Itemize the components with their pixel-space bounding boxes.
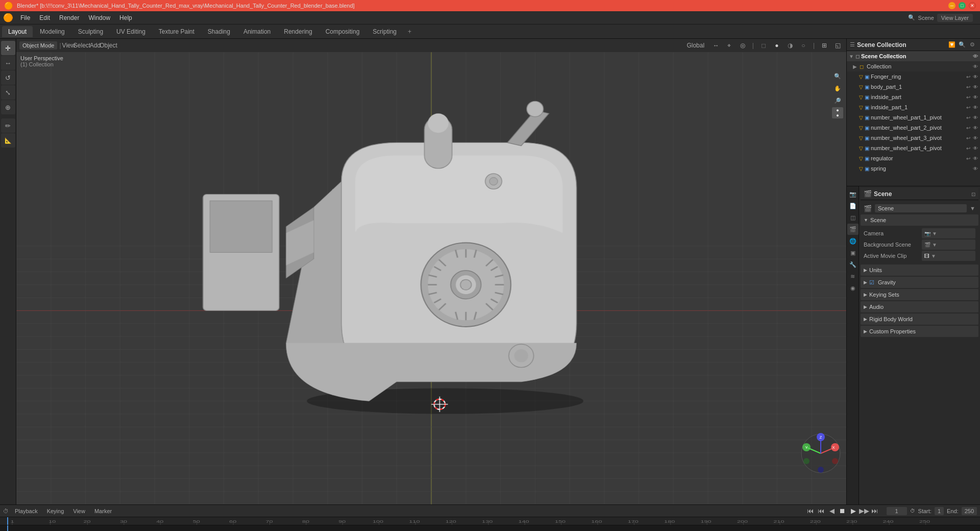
camera-field[interactable]: 📷 ▼ (922, 228, 975, 238)
tab-uv-editing[interactable]: UV Editing (110, 26, 152, 37)
rotate-tool-btn[interactable]: ↺ (1, 70, 15, 85)
tab-compositing[interactable]: Compositing (320, 26, 366, 37)
stop-btn[interactable]: ⏹ (838, 506, 847, 516)
outliner-item-nw-pivot-4[interactable]: ▽ ▣ number_wheel_part_4_pivot ↩ 👁 (847, 143, 980, 153)
outliner-item-nw-pivot-1[interactable]: ▽ ▣ number_wheel_part_1_pivot ↩ 👁 (847, 112, 980, 123)
props-expand-icon[interactable]: ⊡ (971, 191, 975, 197)
units-section-header[interactable]: ▶ Units (861, 264, 978, 276)
timeline-scrubber[interactable]: 1 10 20 30 40 50 60 70 80 90 100 110 120… (0, 517, 980, 531)
viewport-3d[interactable]: Object Mode | View Select Add Object Glo… (16, 39, 846, 504)
blender-menu-logo[interactable]: 🟠 (3, 13, 13, 22)
tab-layout[interactable]: Layout (2, 26, 33, 37)
navigation-gizmo[interactable]: X Y Z (800, 433, 841, 474)
bg-scene-field[interactable]: 🎬 ▼ (922, 239, 975, 250)
tab-shading[interactable]: Shading (202, 26, 236, 37)
viewport-tool-4[interactable]: ●● (832, 107, 843, 118)
object-props-tab[interactable]: ▣ (847, 247, 859, 258)
close-button[interactable]: ✕ (969, 2, 976, 9)
bg-browse[interactable]: ▼ (932, 242, 937, 248)
keying-sets-header[interactable]: ▶ Keying Sets (861, 289, 978, 300)
render-props-tab[interactable]: 📷 (847, 188, 859, 200)
outliner-filter-icon[interactable]: 🔽 (947, 40, 957, 50)
view-menu-tl[interactable]: View (70, 507, 88, 515)
shading-rendered[interactable]: ○ (798, 40, 809, 51)
cursor-tool-btn[interactable]: ✛ (1, 41, 15, 55)
shading-solid[interactable]: ● (771, 40, 782, 51)
outliner-item-indside-part[interactable]: ▽ ▣ indside_part ↩ 👁 (847, 92, 980, 102)
global-transform[interactable]: Global (683, 40, 708, 51)
menu-file[interactable]: File (16, 13, 34, 22)
select-menu[interactable]: Select (77, 40, 88, 51)
move-tool-btn[interactable]: ↔ (1, 56, 15, 70)
viewport-tool-1[interactable]: 🔍 (832, 70, 843, 82)
camera-browse[interactable]: ▼ (932, 231, 937, 236)
outliner-item-fonger-ring[interactable]: ▽ ▣ Fonger_ring ↩ 👁 (847, 71, 980, 82)
viewport-tool-3[interactable]: 🔎 (832, 95, 843, 106)
shading-wireframe[interactable]: ◻ (758, 40, 769, 51)
scene-name-field[interactable]: Scene (875, 204, 967, 212)
add-workspace-button[interactable]: + (404, 26, 415, 37)
step-back-btn[interactable]: ⏮ (817, 506, 826, 516)
clip-browse[interactable]: ▼ (931, 253, 936, 259)
menu-window[interactable]: Window (84, 13, 114, 22)
transform-orient[interactable]: ↔ (710, 40, 722, 51)
maximize-button[interactable]: □ (959, 2, 966, 9)
end-frame-input[interactable]: 250 (962, 507, 977, 515)
jump-to-start-btn[interactable]: ⏮ (806, 506, 815, 516)
menu-edit[interactable]: Edit (35, 13, 54, 22)
scene-section-header[interactable]: ▼ Scene (861, 214, 978, 226)
scene-props-tab[interactable]: 🎬 (847, 224, 859, 235)
output-props-tab[interactable]: 📄 (847, 200, 859, 211)
keying-menu[interactable]: Keying (44, 507, 67, 515)
object-menu[interactable]: Object (103, 40, 114, 51)
menu-help[interactable]: Help (115, 13, 136, 22)
marker-menu[interactable]: Marker (91, 507, 115, 515)
tab-texture-paint[interactable]: Texture Paint (153, 26, 201, 37)
outliner-item-body-part-1[interactable]: ▽ ▣ body_part_1 ↩ 👁 (847, 82, 980, 92)
transform-tool-btn[interactable]: ⊕ (1, 100, 15, 114)
outliner-item-spring[interactable]: ▽ ▣ spring 👁 (847, 163, 980, 174)
movie-clip-field[interactable]: 🎞 ▼ (922, 251, 975, 261)
audio-section-header[interactable]: ▶ Audio (861, 301, 978, 312)
proportional-toggle[interactable]: ◎ (737, 40, 748, 51)
gravity-checkbox[interactable]: ☑ (869, 279, 874, 286)
mode-selector[interactable]: Object Mode (19, 41, 57, 50)
outliner-scene-collection[interactable]: ▼ ◻ Scene Collection 👁 (847, 51, 980, 61)
scene-browse-btn[interactable]: ▼ (970, 205, 975, 211)
menu-render[interactable]: Render (55, 13, 83, 22)
annotate-tool-btn[interactable]: ✏ (1, 118, 15, 133)
data-props-tab[interactable]: ≋ (847, 271, 859, 282)
play-btn[interactable]: ▶ (849, 506, 858, 516)
step-forward-btn[interactable]: ▶▶ (860, 506, 869, 516)
world-props-tab[interactable]: 🌐 (847, 235, 859, 247)
playback-menu[interactable]: Playback (12, 507, 41, 515)
view-menu[interactable]: View (63, 40, 75, 51)
minimize-button[interactable]: ─ (948, 2, 955, 9)
scale-tool-btn[interactable]: ⤡ (1, 85, 15, 100)
viewport-tool-2[interactable]: ✋ (832, 83, 843, 94)
start-frame-input[interactable]: 1 (935, 507, 944, 515)
jump-to-end-btn[interactable]: ⏭ (870, 506, 879, 516)
measure-tool-btn[interactable]: 📐 (1, 133, 15, 148)
tab-animation[interactable]: Animation (237, 26, 277, 37)
shading-material[interactable]: ◑ (785, 40, 796, 51)
tab-scripting[interactable]: Scripting (366, 26, 403, 37)
outliner-item-indside-part-1[interactable]: ▽ ▣ indside_part_1 ↩ 👁 (847, 102, 980, 112)
xray-toggle[interactable]: ◱ (832, 40, 843, 51)
play-back-btn[interactable]: ◀ (827, 506, 837, 516)
tab-sculpting[interactable]: Sculpting (72, 26, 109, 37)
gravity-section-header[interactable]: ▶ ☑ Gravity (861, 277, 978, 288)
material-props-tab[interactable]: ◉ (847, 282, 859, 294)
tab-modeling[interactable]: Modeling (34, 26, 71, 37)
outliner-item-regulator[interactable]: ▽ ▣ regulator ↩ 👁 (847, 153, 980, 163)
outliner-item-nw-pivot-2[interactable]: ▽ ▣ number_wheel_part_2_pivot ↩ 👁 (847, 123, 980, 133)
current-frame-display[interactable]: 1 (887, 507, 907, 515)
view-layer-props-tab[interactable]: ◫ (847, 212, 859, 223)
outliner-search-icon[interactable]: 🔍 (958, 40, 967, 50)
outliner-item-collection[interactable]: ▶ ◻ Collection 👁 (847, 61, 980, 71)
tab-rendering[interactable]: Rendering (278, 26, 318, 37)
custom-props-header[interactable]: ▶ Custom Properties (861, 326, 978, 337)
modifier-props-tab[interactable]: 🔧 (847, 259, 859, 270)
rigid-body-world-header[interactable]: ▶ Rigid Body World (861, 313, 978, 325)
overlay-toggle[interactable]: ⊞ (819, 40, 830, 51)
